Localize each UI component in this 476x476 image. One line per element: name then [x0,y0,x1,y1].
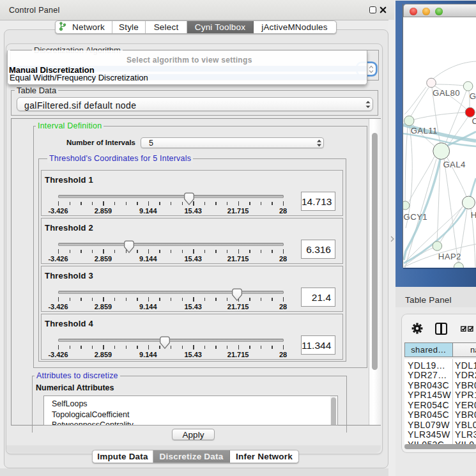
svg-text:GAL80: GAL80 [433,88,460,98]
svg-text:GA: GA [470,91,476,101]
svg-text:HAP2: HAP2 [438,252,461,261]
svg-text:C: C [472,116,476,126]
svg-text:GAL4: GAL4 [443,160,465,169]
svg-text:H: H [471,210,476,220]
svg-text:GCY1: GCY1 [404,212,428,222]
svg-text:GAL11: GAL11 [411,126,438,135]
